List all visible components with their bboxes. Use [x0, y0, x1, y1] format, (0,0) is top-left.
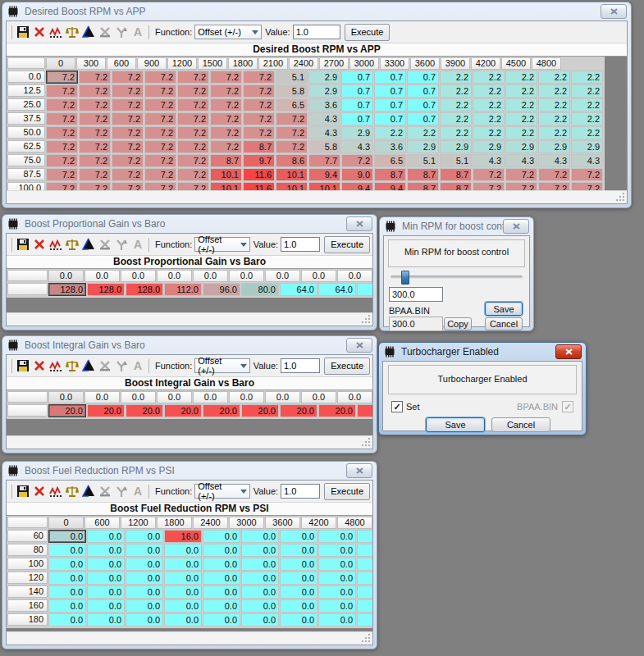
- table-cell[interactable]: 0.7: [374, 71, 406, 84]
- table-cell[interactable]: 10.1: [210, 182, 242, 190]
- table-cell[interactable]: 2.9: [341, 126, 373, 139]
- table-cell[interactable]: 2.2: [538, 84, 570, 98]
- table-cell[interactable]: 7.2: [276, 126, 308, 139]
- table-cell[interactable]: 0.0: [126, 530, 163, 543]
- delete-icon[interactable]: [31, 236, 48, 253]
- column-header[interactable]: 0.0: [84, 270, 120, 282]
- table-cell[interactable]: 7.2: [177, 126, 209, 139]
- graph-icon[interactable]: [48, 236, 64, 253]
- grid-corner[interactable]: [7, 391, 48, 403]
- table-cell[interactable]: 4.3: [341, 140, 373, 153]
- table-cell[interactable]: 2.2: [571, 112, 603, 125]
- copy-button[interactable]: Copy: [444, 317, 472, 330]
- table-cell[interactable]: 0.0: [203, 530, 240, 543]
- column-header[interactable]: 4200: [301, 517, 336, 529]
- column-header[interactable]: 2100: [258, 57, 288, 70]
- execute-button[interactable]: Execute: [324, 236, 370, 253]
- table-cell[interactable]: 0.0: [318, 572, 356, 585]
- table-cell[interactable]: 7.2: [112, 112, 144, 125]
- column-header[interactable]: 1200: [167, 57, 197, 70]
- column-header[interactable]: 1800: [157, 517, 192, 529]
- table-cell[interactable]: 2.2: [571, 71, 603, 84]
- close-button[interactable]: [346, 216, 372, 231]
- table-cell[interactable]: 7.2: [112, 71, 144, 84]
- column-header[interactable]: 600: [107, 57, 136, 70]
- table-cell[interactable]: 0.0: [203, 613, 240, 626]
- table-cell[interactable]: 0.7: [341, 98, 373, 112]
- table-cell[interactable]: 10.1: [276, 182, 308, 190]
- column-header[interactable]: 0.0: [157, 391, 192, 403]
- table-cell[interactable]: 20.0: [357, 404, 372, 417]
- column-header[interactable]: 0.0: [265, 391, 300, 403]
- table-cell[interactable]: 8.7: [210, 154, 242, 167]
- table-cell[interactable]: 10.1: [308, 182, 340, 190]
- table-cell[interactable]: 0.0: [241, 572, 279, 585]
- selected-cell[interactable]: 7.2: [46, 71, 78, 84]
- table-cell[interactable]: 0.0: [280, 544, 317, 557]
- table-cell[interactable]: 0.0: [87, 558, 125, 571]
- table-cell[interactable]: 3.6: [308, 98, 340, 112]
- table-cell[interactable]: 6.5: [276, 98, 308, 112]
- table-cell[interactable]: 7.2: [276, 140, 308, 153]
- row-header[interactable]: 80: [7, 544, 48, 556]
- x-axis-disabled-icon[interactable]: [97, 483, 113, 499]
- table-cell[interactable]: 2.2: [571, 126, 603, 139]
- resize-grip-icon[interactable]: [361, 437, 372, 448]
- min-rpm-slider[interactable]: [391, 276, 523, 279]
- column-header[interactable]: 0.0: [84, 391, 120, 403]
- table-cell[interactable]: 0.7: [407, 84, 439, 98]
- slider-thumb[interactable]: [401, 271, 409, 285]
- table-cell[interactable]: 7.2: [177, 168, 209, 181]
- table-cell[interactable]: 0.7: [374, 98, 406, 112]
- table-cell[interactable]: 0.0: [280, 585, 317, 599]
- table-cell[interactable]: 0.0: [48, 585, 86, 599]
- column-header[interactable]: 900: [137, 57, 167, 70]
- table-cell[interactable]: 2.9: [440, 140, 472, 153]
- table-cell[interactable]: 7.2: [505, 182, 537, 190]
- cancel-button[interactable]: Cancel: [485, 317, 523, 330]
- ascii-disabled-icon[interactable]: A: [130, 24, 146, 40]
- x-axis-disabled-icon[interactable]: [97, 236, 113, 253]
- delete-icon[interactable]: [31, 24, 48, 40]
- table-cell[interactable]: 0.0: [87, 572, 125, 585]
- table-cell[interactable]: 0.0: [318, 585, 356, 599]
- table-cell[interactable]: 0.0: [241, 544, 279, 557]
- column-header[interactable]: 0.0: [121, 270, 156, 282]
- table-cell[interactable]: 0.0: [87, 599, 125, 613]
- close-button[interactable]: [346, 338, 372, 353]
- table-cell[interactable]: 0.0: [280, 530, 317, 543]
- table-cell[interactable]: 2.2: [538, 98, 570, 112]
- table-cell[interactable]: 20.0: [318, 404, 356, 417]
- table-cell[interactable]: 5.8: [308, 140, 340, 153]
- table-cell[interactable]: 20.0: [280, 404, 317, 417]
- cancel-button[interactable]: Cancel: [491, 417, 550, 432]
- table-cell[interactable]: 0.0: [87, 544, 125, 557]
- table-cell[interactable]: 7.2: [112, 140, 144, 153]
- execute-button[interactable]: Execute: [324, 483, 370, 500]
- table-cell[interactable]: 0.0: [164, 558, 202, 571]
- close-button[interactable]: [346, 463, 372, 478]
- column-header[interactable]: 0.0: [193, 270, 228, 282]
- column-header[interactable]: 0: [46, 57, 75, 70]
- table-cell[interactable]: 20.0: [87, 404, 125, 417]
- column-header[interactable]: 2400: [193, 517, 228, 529]
- table-cell[interactable]: 2.2: [440, 112, 472, 125]
- table-cell[interactable]: 7.2: [538, 182, 570, 190]
- table-cell[interactable]: 7.2: [79, 71, 111, 84]
- column-header[interactable]: 3300: [380, 57, 409, 70]
- graph-icon[interactable]: [48, 24, 64, 40]
- table-cell[interactable]: 7.2: [46, 140, 78, 153]
- table-cell[interactable]: 5.8: [276, 84, 308, 98]
- table-cell[interactable]: 0.0: [164, 613, 202, 626]
- set-checkbox[interactable]: ✓: [391, 401, 403, 412]
- table-cell[interactable]: 64.0: [280, 283, 317, 296]
- row-header[interactable]: 25.0: [7, 98, 45, 111]
- table-cell[interactable]: 0.0: [241, 613, 279, 626]
- table-cell[interactable]: 11.6: [243, 182, 275, 190]
- table-cell[interactable]: 5.1: [407, 154, 439, 167]
- table-cell[interactable]: 7.2: [144, 140, 176, 153]
- column-header[interactable]: 1800: [228, 57, 258, 70]
- table-cell[interactable]: 2.2: [505, 84, 537, 98]
- table-cell[interactable]: 0.0: [126, 613, 163, 626]
- column-header[interactable]: 3600: [265, 517, 300, 529]
